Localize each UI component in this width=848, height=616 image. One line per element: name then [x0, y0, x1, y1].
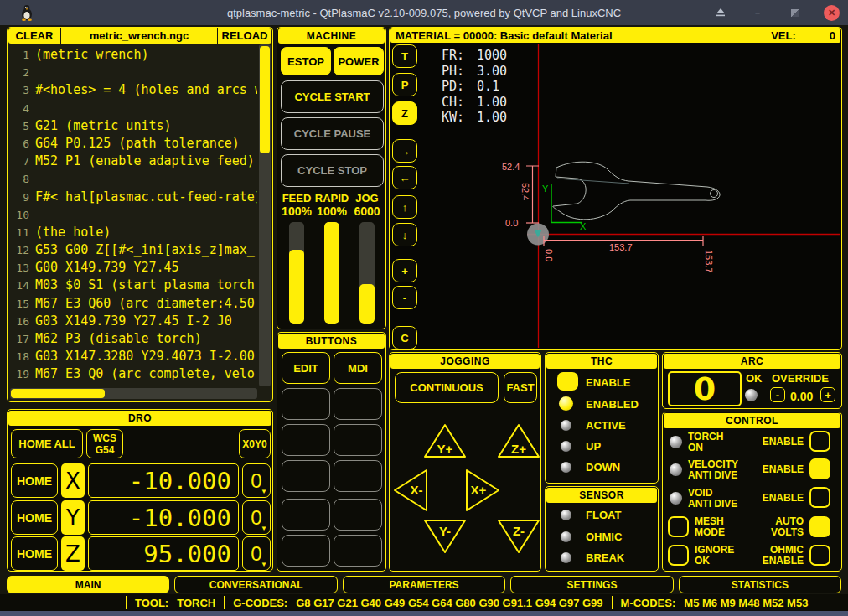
- user-button-empty[interactable]: [334, 388, 382, 420]
- preview-t-button[interactable]: T: [392, 44, 417, 68]
- edit-button[interactable]: EDIT: [282, 352, 330, 384]
- axis-x-button[interactable]: X: [61, 463, 85, 498]
- jog-z-plus-button[interactable]: Z+: [495, 422, 541, 460]
- dro-panel-title: DRO: [8, 411, 271, 426]
- preview-z-button[interactable]: Z: [392, 101, 417, 125]
- axis-z-button[interactable]: Z: [61, 536, 85, 571]
- tab-settings[interactable]: SETTINGS: [510, 576, 673, 593]
- pan-left-button[interactable]: ←: [392, 166, 417, 189]
- mesh-mode-checkbox[interactable]: [668, 516, 689, 537]
- tab-statistics[interactable]: STATISTICS: [679, 576, 841, 593]
- velocity-label: VEL:: [771, 28, 796, 43]
- jog-x-plus-button[interactable]: X+: [463, 467, 502, 514]
- gcode-horizontal-scrollbar[interactable]: [10, 388, 257, 399]
- gcodes-value: G8 G17 G21 G40 G49 G54 G64 G80 G90 G91.1…: [296, 597, 602, 609]
- user-button-empty[interactable]: [282, 388, 330, 420]
- tab-parameters[interactable]: PARAMETERS: [343, 576, 505, 593]
- override-plus-button[interactable]: +: [820, 387, 835, 402]
- gcode-preview-graphic[interactable]: 52.4 52.4 0.0 153.7 0.0 153.7 Y X: [416, 43, 841, 349]
- cycle-stop-button[interactable]: CYCLE STOP: [281, 154, 384, 187]
- gcode-vertical-scrollbar[interactable]: [259, 44, 271, 386]
- zoom-out-button[interactable]: -: [392, 286, 417, 309]
- gcode-line: 10: [9, 206, 257, 224]
- zero-x-button[interactable]: 0▼: [242, 463, 271, 498]
- preview-panel: MATERIAL = 00000: Basic default Material…: [389, 27, 842, 350]
- jog-y-minus-button[interactable]: Y-: [421, 517, 468, 556]
- user-button-empty[interactable]: [282, 535, 330, 567]
- power-button[interactable]: POWER: [334, 47, 384, 75]
- dropdown-arrow-icon: ▼: [261, 561, 267, 568]
- zero-z-button[interactable]: 0▼: [242, 536, 271, 571]
- reload-button[interactable]: RELOAD: [218, 28, 271, 44]
- user-button-empty[interactable]: [282, 499, 330, 531]
- pan-up-button[interactable]: ↑: [392, 195, 417, 219]
- jog-continuous-button[interactable]: CONTINUOUS: [395, 372, 499, 403]
- torch-enable-checkbox[interactable]: [809, 431, 830, 452]
- velocity-enable-label: ENABLE: [755, 464, 804, 475]
- feed-slider[interactable]: [289, 222, 304, 324]
- preview-p-button[interactable]: P: [392, 73, 417, 96]
- override-minus-button[interactable]: -: [770, 387, 785, 402]
- jog-z-minus-button[interactable]: Z-: [495, 517, 541, 556]
- scrollbar-thumb[interactable]: [11, 389, 105, 398]
- x0y0-button[interactable]: X0Y0: [239, 429, 271, 458]
- dim-y-rot: 52.4: [520, 183, 530, 200]
- home-z-button[interactable]: HOME: [11, 536, 58, 571]
- axis-x-label: X: [580, 221, 587, 231]
- auto-volts-checkbox[interactable]: [809, 516, 830, 537]
- estop-button[interactable]: ESTOP: [281, 47, 331, 75]
- ohmic-enable-checkbox[interactable]: [809, 545, 830, 566]
- maximize-icon[interactable]: [787, 5, 802, 20]
- pan-down-button[interactable]: ↓: [392, 223, 417, 246]
- minimize-icon[interactable]: –: [750, 5, 765, 20]
- void-enable-label: ENABLE: [755, 493, 804, 504]
- gcode-line: 3#<holes> = 4 (holes and arcs w: [9, 81, 257, 99]
- clear-button[interactable]: CLEAR: [8, 28, 60, 44]
- jog-slider[interactable]: [359, 222, 375, 324]
- jog-y-plus-button[interactable]: Y+: [421, 422, 468, 460]
- feed-value: 100%: [278, 204, 315, 218]
- float-label: FLOAT: [586, 509, 621, 521]
- gcode-line: 1(metric wrench): [9, 46, 257, 64]
- close-icon[interactable]: ✕: [824, 5, 840, 21]
- user-button-empty[interactable]: [334, 424, 382, 456]
- zero-y-button[interactable]: 0▼: [242, 500, 271, 535]
- gcode-listing[interactable]: 1(metric wrench) 2 3#<holes> = 4 (holes …: [9, 46, 257, 385]
- shade-icon[interactable]: [713, 5, 728, 20]
- home-x-button[interactable]: HOME: [11, 463, 58, 498]
- void-enable-checkbox[interactable]: [809, 487, 830, 508]
- rapid-slider[interactable]: [324, 222, 339, 324]
- jog-fast-button[interactable]: FAST: [504, 372, 537, 403]
- gcode-line: 11(the hole): [9, 224, 257, 241]
- torch-label: TORCH: [688, 431, 723, 443]
- home-y-button[interactable]: HOME: [11, 500, 58, 535]
- tab-conversational[interactable]: CONVERSATIONAL: [174, 576, 337, 593]
- break-label: BREAK: [586, 551, 624, 564]
- user-button-empty[interactable]: [334, 535, 382, 567]
- thc-enable-checkbox[interactable]: [557, 372, 578, 391]
- user-button-empty[interactable]: [282, 460, 330, 492]
- zoom-in-button[interactable]: +: [392, 259, 417, 282]
- auto-volts-label: AUTOVOLTS: [755, 516, 804, 538]
- cycle-start-button[interactable]: CYCLE START: [281, 80, 384, 113]
- user-button-empty[interactable]: [334, 499, 382, 531]
- scrollbar-thumb[interactable]: [260, 46, 270, 153]
- user-button-empty[interactable]: [282, 424, 330, 456]
- wcs-button[interactable]: WCSG54: [86, 429, 123, 458]
- axis-y-button[interactable]: Y: [61, 500, 85, 535]
- thc-down-label: DOWN: [586, 461, 620, 474]
- user-button-empty[interactable]: [334, 460, 382, 492]
- dim-y-max: 52.4: [502, 162, 520, 172]
- jog-x-minus-button[interactable]: X-: [391, 467, 430, 514]
- cycle-pause-button[interactable]: CYCLE PAUSE: [281, 117, 384, 150]
- clear-view-button[interactable]: C: [392, 326, 417, 349]
- velocity-enable-checkbox[interactable]: [809, 458, 830, 479]
- pan-right-button[interactable]: →: [392, 139, 417, 163]
- tab-main[interactable]: MAIN: [7, 576, 169, 593]
- ignore-ok-checkbox[interactable]: [668, 545, 689, 566]
- mdi-button[interactable]: MDI: [334, 352, 382, 384]
- torch-enable-label: ENABLE: [755, 437, 804, 448]
- home-all-button[interactable]: HOME ALL: [11, 429, 83, 458]
- velocity-anti-dive-led: [670, 463, 682, 476]
- buttons-panel-title: BUTTONS: [278, 334, 385, 349]
